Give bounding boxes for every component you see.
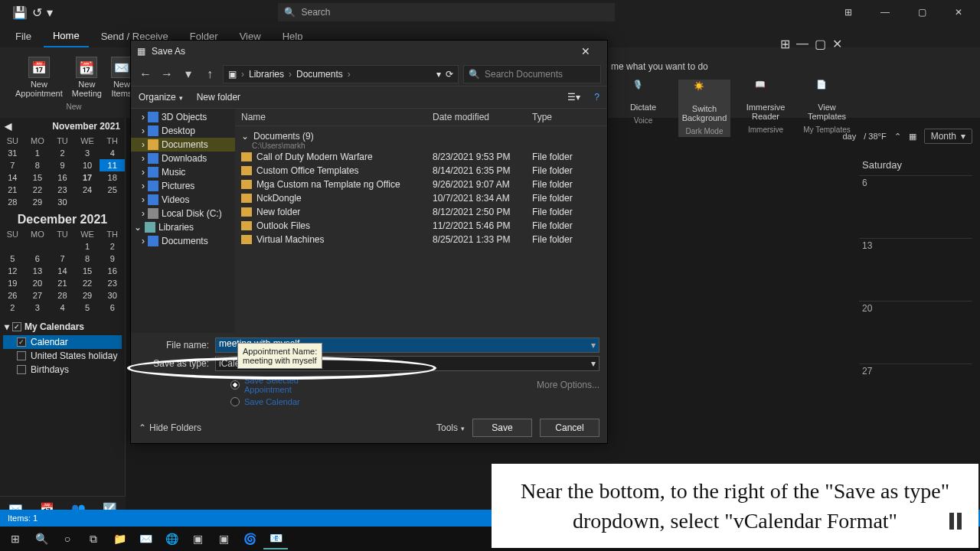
mini-day[interactable]: 21 — [50, 277, 75, 289]
mini-day[interactable]: 4 — [100, 147, 125, 159]
immersive-reader-button[interactable]: 📖 Immersive Reader Immersive — [740, 80, 792, 137]
ribbon-display-options-icon[interactable]: ⊞ — [833, 2, 864, 23]
dictate-button[interactable]: 🎙️ Dictate Voice — [617, 80, 669, 137]
mini-day[interactable]: 2 — [0, 302, 25, 314]
mini-day[interactable]: 5 — [75, 302, 100, 314]
col-type[interactable]: Type — [532, 112, 601, 122]
mini-day[interactable]: 25 — [100, 184, 125, 196]
edge-icon[interactable]: 🌀 — [237, 528, 262, 549]
calendar-item[interactable]: United States holiday — [3, 349, 122, 363]
mini-day[interactable] — [50, 240, 75, 253]
refresh-icon[interactable]: ⟳ — [446, 69, 453, 80]
radio-button[interactable] — [230, 380, 240, 390]
mini-day[interactable]: 3 — [75, 147, 100, 159]
mini-day[interactable]: 19 — [0, 277, 25, 289]
mini-day[interactable]: 14 — [0, 171, 25, 184]
mini-day[interactable]: 4 — [50, 302, 75, 314]
radio-button[interactable] — [230, 397, 240, 406]
mini-day[interactable]: 8 — [75, 253, 100, 265]
mini-day[interactable]: 9 — [50, 159, 75, 171]
organize-menu[interactable]: Organize — [139, 92, 183, 103]
mini-day[interactable]: 27 — [25, 289, 51, 302]
mini-day[interactable]: 22 — [75, 277, 100, 289]
switch-background-button[interactable]: ☀️ Switch Background Dark Mode — [678, 80, 730, 137]
undo-icon[interactable]: ↺ — [32, 5, 42, 20]
my-calendars-checkbox[interactable] — [12, 322, 21, 331]
group-title[interactable]: ⌄Documents (9) — [241, 131, 601, 142]
task-view-icon[interactable]: ⧉ — [81, 528, 106, 549]
tools-menu[interactable]: Tools — [436, 422, 465, 433]
mini-day[interactable]: 11 — [100, 159, 125, 171]
mini-day[interactable]: 29 — [75, 289, 100, 302]
mini-day[interactable]: 14 — [50, 265, 75, 277]
mini-day[interactable]: 24 — [75, 184, 100, 196]
app-icon[interactable]: ▣ — [185, 528, 210, 549]
dialog-close-button[interactable]: ✕ — [570, 45, 601, 57]
mini-day[interactable]: 6 — [100, 302, 125, 314]
view-templates-button[interactable]: 📄 View Templates My Templates — [801, 80, 853, 137]
tree-music[interactable]: ›Music — [131, 165, 235, 179]
tree-desktop[interactable]: ›Desktop — [131, 124, 235, 138]
week-cell[interactable]: 6 — [859, 175, 972, 238]
mini-day[interactable]: 22 — [25, 184, 51, 196]
up-button[interactable]: ↑ — [201, 66, 218, 83]
week-cell[interactable]: 27 — [859, 364, 972, 426]
tree-3d-objects[interactable]: ›3D Objects — [131, 110, 235, 124]
col-name[interactable]: Name — [241, 112, 433, 122]
col-date[interactable]: Date modified — [433, 112, 532, 122]
file-explorer-icon[interactable]: 📁 — [107, 528, 132, 549]
mail-app-icon[interactable]: ✉️ — [133, 528, 158, 549]
mini-day[interactable]: 6 — [25, 253, 51, 265]
more-options-button[interactable]: More Options... — [537, 380, 599, 390]
tree-local-disk[interactable]: ›Local Disk (C:) — [131, 207, 235, 220]
cancel-button[interactable]: Cancel — [540, 419, 599, 437]
mini-day[interactable]: 5 — [0, 253, 25, 265]
cortana-icon[interactable]: ○ — [55, 528, 80, 549]
search-icon[interactable]: 🔍 — [29, 528, 54, 549]
sec-ribbon-options-icon[interactable]: ⊞ — [780, 37, 790, 51]
chrome-icon[interactable]: 🌐 — [159, 528, 184, 549]
mini-day[interactable]: 1 — [25, 147, 51, 159]
mini-day[interactable]: 26 — [0, 289, 25, 302]
tree-libraries[interactable]: ⌄Libraries — [131, 220, 235, 234]
calendar-checkbox[interactable] — [17, 365, 26, 374]
save-icon[interactable]: 💾 — [12, 5, 28, 20]
mini-day[interactable]: 20 — [25, 277, 51, 289]
sec-close-button[interactable]: ✕ — [832, 37, 842, 51]
radio-save-calendar[interactable]: Save Calendar — [139, 396, 599, 408]
mini-day[interactable]: 1 — [75, 240, 100, 253]
sec-maximize-button[interactable]: ▢ — [815, 37, 826, 51]
mini-day[interactable]: 15 — [75, 265, 100, 277]
file-row[interactable]: Outlook Files11/2/2021 5:46 PMFile folde… — [235, 219, 607, 233]
file-list-header[interactable]: Name Date modified Type — [235, 109, 607, 126]
search-documents-input[interactable]: 🔍 Search Documents — [463, 65, 601, 83]
calendar-icon[interactable]: ▦ — [909, 132, 916, 142]
outlook-taskbar-icon[interactable]: 📧 — [263, 528, 288, 549]
mini-day[interactable]: 23 — [50, 184, 75, 196]
calendar-checkbox[interactable] — [17, 337, 26, 347]
mini-day[interactable]: 12 — [0, 265, 25, 277]
new-meeting-button[interactable]: 📆 New Meeting — [67, 54, 106, 101]
radio-save-selected[interactable]: Save Selected Appointment More Options..… — [139, 374, 599, 396]
tree-videos[interactable]: ›Videos — [131, 193, 235, 207]
mini-day[interactable]: 28 — [0, 196, 25, 208]
app-icon[interactable]: ▣ — [211, 528, 236, 549]
recent-dropdown[interactable]: ▾ — [180, 66, 197, 83]
week-cell[interactable]: 20 — [859, 301, 972, 364]
mini-day[interactable]: 29 — [25, 196, 51, 208]
mini-day[interactable]: 30 — [50, 196, 75, 208]
sec-minimize-button[interactable]: — — [796, 37, 808, 51]
mini-day[interactable]: 10 — [75, 159, 100, 171]
file-row[interactable]: New folder8/12/2021 2:50 PMFile folder — [235, 205, 607, 219]
tab-home[interactable]: Home — [44, 25, 89, 47]
search-input[interactable]: 🔍 Search — [278, 3, 615, 21]
mini-day[interactable]: 15 — [25, 171, 51, 184]
chevron-down-icon[interactable]: ▾ — [591, 340, 596, 350]
maximize-button[interactable]: ▢ — [906, 2, 937, 23]
pause-icon[interactable] — [949, 513, 962, 530]
file-row[interactable]: Virtual Machines8/25/2021 1:33 PMFile fo… — [235, 233, 607, 246]
new-folder-button[interactable]: New folder — [197, 92, 240, 103]
mini-day[interactable]: 7 — [0, 159, 25, 171]
forward-button[interactable]: → — [158, 66, 175, 83]
mini-day[interactable]: 2 — [100, 240, 125, 253]
